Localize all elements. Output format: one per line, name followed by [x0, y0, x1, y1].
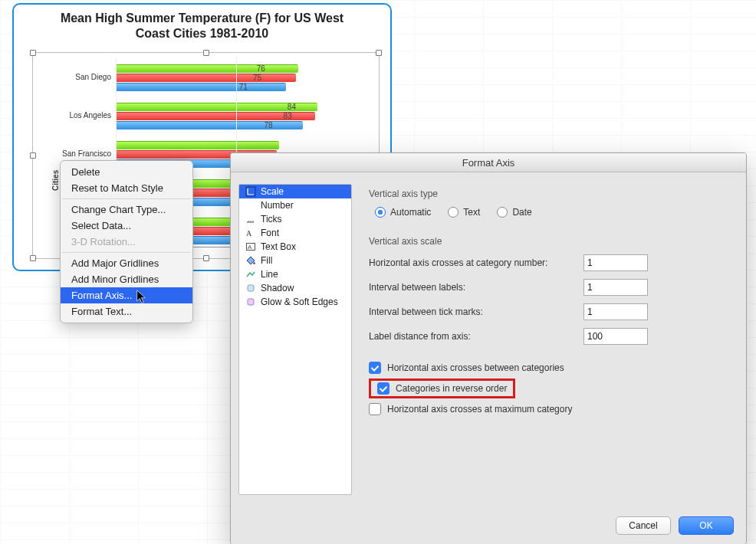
radio-label: Automatic: [390, 207, 431, 218]
svg-rect-5: [248, 285, 254, 291]
group-title-axis-scale: Vertical axis scale: [369, 236, 725, 247]
bar[interactable]: 75: [116, 74, 296, 82]
context-menu-item[interactable]: Reset to Match Style: [61, 180, 192, 196]
radio-dot-icon: [497, 207, 508, 218]
bar[interactable]: [116, 141, 279, 149]
resize-handle[interactable]: [30, 50, 36, 56]
checkbox-between-categories[interactable]: [369, 362, 381, 374]
checkbox-categories-reverse[interactable]: [377, 382, 390, 395]
svg-point-4: [253, 262, 255, 264]
radio-label: Text: [463, 207, 480, 218]
input-interval-labels[interactable]: [583, 279, 648, 296]
line-icon: [245, 269, 256, 280]
bar-value-label: 84: [288, 103, 296, 111]
input-label-distance[interactable]: [583, 328, 648, 345]
checkbox-label: Horizontal axis crosses between categori…: [387, 362, 564, 373]
checkbox-label: Categories in reverse order: [396, 383, 507, 394]
highlight-box: Categories in reverse order: [369, 379, 515, 398]
resize-handle[interactable]: [30, 255, 36, 261]
number-icon: [245, 200, 256, 211]
sidebar-item-label: Number: [261, 200, 294, 211]
resize-handle[interactable]: [376, 50, 382, 56]
dialog-footer: Cancel OK: [231, 507, 746, 544]
glow-soft-edges-icon: [245, 297, 256, 307]
dialog-sidebar[interactable]: ScaleNumberTicksAFontAText BoxFillLineSh…: [238, 184, 352, 495]
context-menu-item[interactable]: Select Data...: [61, 218, 192, 234]
context-menu-item[interactable]: Format Axis...: [61, 287, 192, 303]
sidebar-item-glow-soft-edges[interactable]: Glow & Soft Edges: [239, 295, 351, 309]
sidebar-item-label: Ticks: [261, 214, 282, 224]
bar-value-label: 71: [239, 83, 248, 91]
svg-rect-6: [248, 299, 254, 305]
checkbox-row-at-maximum[interactable]: Horizontal axis crosses at maximum categ…: [369, 403, 725, 415]
resize-handle[interactable]: [203, 50, 209, 56]
sidebar-item-shadow[interactable]: Shadow: [239, 281, 351, 295]
font-icon: A: [245, 228, 256, 238]
label-label-distance: Label distance from axis:: [369, 331, 583, 342]
axis-type-radios: AutomaticTextDate: [375, 207, 725, 218]
svg-text:A: A: [248, 244, 252, 251]
bar-value-label: 83: [284, 112, 292, 120]
sidebar-item-line[interactable]: Line: [239, 267, 351, 281]
label-interval-labels: Interval between labels:: [369, 282, 583, 293]
label-interval-ticks: Interval between tick marks:: [369, 306, 583, 317]
sidebar-item-label: Line: [261, 269, 278, 280]
radio-automatic[interactable]: Automatic: [375, 207, 431, 218]
input-crosses-at[interactable]: [583, 254, 648, 271]
ok-button[interactable]: OK: [679, 516, 734, 535]
resize-handle[interactable]: [30, 152, 36, 159]
context-menu-item: 3-D Rotation...: [61, 234, 192, 250]
format-axis-dialog[interactable]: Format Axis ScaleNumberTicksAFontAText B…: [230, 152, 747, 544]
sidebar-item-label: Shadow: [261, 283, 294, 293]
bar[interactable]: 78: [116, 121, 303, 129]
ticks-icon: [245, 214, 256, 224]
bar[interactable]: 83: [116, 112, 315, 120]
context-menu-separator: [62, 198, 191, 199]
radio-label: Date: [512, 207, 531, 218]
context-menu-item[interactable]: Delete: [61, 164, 192, 180]
resize-handle[interactable]: [203, 255, 209, 261]
svg-text:A: A: [246, 229, 252, 238]
sidebar-item-text-box[interactable]: AText Box: [239, 240, 351, 254]
cancel-button[interactable]: Cancel: [616, 516, 671, 535]
sidebar-item-number[interactable]: Number: [239, 198, 351, 212]
sidebar-item-label: Text Box: [261, 241, 296, 252]
fill-icon: [245, 255, 256, 266]
chart-title: Mean High Summer Temperature (F) for US …: [14, 11, 390, 41]
context-menu-item[interactable]: Change Chart Type...: [61, 202, 192, 218]
bar-value-label: 75: [253, 74, 261, 82]
checkbox-label: Horizontal axis crosses at maximum categ…: [387, 404, 572, 415]
sidebar-item-label: Glow & Soft Edges: [261, 297, 338, 307]
radio-dot-icon: [448, 207, 459, 218]
text-box-icon: A: [245, 241, 256, 252]
sidebar-item-label: Font: [261, 228, 279, 238]
checkbox-at-maximum[interactable]: [369, 403, 381, 415]
bar[interactable]: 84: [116, 103, 317, 111]
bar-value-label: 76: [257, 64, 265, 73]
shadow-icon: [245, 283, 256, 293]
sidebar-item-fill[interactable]: Fill: [239, 254, 351, 267]
sidebar-item-ticks[interactable]: Ticks: [239, 212, 351, 226]
context-menu-separator: [62, 252, 191, 253]
context-menu[interactable]: DeleteReset to Match StyleChange Chart T…: [60, 160, 193, 323]
category-label: San Francisco: [50, 149, 111, 158]
group-title-axis-type: Vertical axis type: [369, 188, 725, 199]
context-menu-item[interactable]: Add Major Gridlines: [61, 255, 192, 271]
radio-dot-icon: [375, 207, 386, 218]
context-menu-item[interactable]: Add Minor Gridlines: [61, 271, 192, 287]
dialog-content: Vertical axis type AutomaticTextDate Ver…: [360, 172, 746, 507]
bar[interactable]: 71: [116, 83, 286, 91]
radio-date[interactable]: Date: [497, 207, 531, 218]
input-interval-ticks[interactable]: [583, 303, 648, 320]
radio-text[interactable]: Text: [448, 207, 480, 218]
category-label: San Diego: [50, 73, 111, 81]
sidebar-item-scale[interactable]: Scale: [239, 185, 351, 198]
sidebar-item-font[interactable]: AFont: [239, 226, 351, 240]
scale-icon: [245, 186, 256, 197]
checkbox-row-between-categories[interactable]: Horizontal axis crosses between categori…: [369, 362, 725, 374]
dialog-title: Format Axis: [231, 153, 746, 172]
context-menu-item[interactable]: Format Text...: [61, 303, 192, 320]
label-crosses-at: Horizontal axis crosses at category numb…: [369, 257, 583, 268]
bar[interactable]: 76: [116, 64, 298, 73]
bar-value-label: 78: [264, 121, 272, 129]
